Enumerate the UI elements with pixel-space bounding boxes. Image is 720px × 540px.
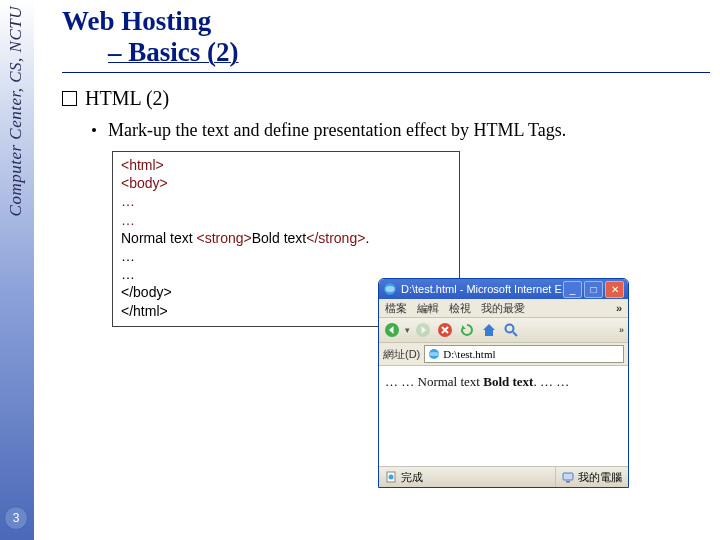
menu-overflow-icon[interactable]: » (616, 302, 622, 314)
address-value: D:\test.html (443, 348, 495, 360)
page-text-bold: Bold text (483, 374, 533, 389)
title-underline (62, 72, 710, 73)
toolbar-overflow-icon[interactable]: » (619, 325, 624, 335)
menu-view[interactable]: 檢視 (449, 301, 471, 316)
menu-file[interactable]: 檔案 (385, 301, 407, 316)
ie-viewport: … … Normal text Bold text. … … (379, 366, 628, 474)
ie-title-text: D:\test.html - Microsoft Internet E... (401, 283, 563, 295)
ie-window: D:\test.html - Microsoft Internet E... _… (378, 278, 629, 488)
section-heading: HTML (2) (62, 87, 710, 110)
code-text-bold: Bold text (252, 230, 306, 246)
ie-titlebar[interactable]: D:\test.html - Microsoft Internet E... _… (379, 279, 628, 299)
ie-app-icon (383, 282, 397, 296)
my-computer-icon (562, 471, 574, 483)
window-buttons: _ □ ✕ (563, 281, 624, 298)
code-line: <body> (121, 174, 451, 192)
status-zone: 我的電腦 (555, 467, 628, 487)
svg-point-4 (506, 325, 514, 333)
section-heading-text: HTML (2) (85, 87, 169, 109)
ie-toolbar: ▾ » (379, 318, 628, 343)
svg-point-7 (429, 352, 439, 356)
done-page-icon (385, 471, 397, 483)
svg-line-5 (513, 332, 517, 336)
back-dropdown-icon[interactable]: ▾ (405, 325, 410, 335)
code-line: … (121, 192, 451, 210)
forward-button[interactable] (414, 321, 432, 339)
address-label: 網址(D) (383, 347, 420, 362)
square-bullet-icon (62, 91, 77, 106)
svg-rect-11 (566, 481, 570, 483)
status-done: 完成 (379, 470, 429, 485)
code-tag: </strong> (306, 230, 365, 246)
code-line: … (121, 247, 451, 265)
close-icon: ✕ (611, 284, 619, 295)
code-line: Normal text <strong>Bold text</strong>. (121, 229, 451, 247)
code-line: … (121, 211, 451, 229)
section-bullet-text: Mark-up the text and define presentation… (108, 120, 566, 140)
page-text-prefix: … … Normal text (385, 374, 483, 389)
ie-page-icon (428, 348, 440, 360)
back-button[interactable] (383, 321, 401, 339)
address-input[interactable]: D:\test.html (424, 345, 624, 363)
code-tag: <strong> (196, 230, 251, 246)
dot-bullet-icon (92, 128, 96, 132)
sidebar: Computer Center, CS, NCTU 3 (0, 0, 34, 540)
code-text-period: . (365, 230, 369, 246)
ie-statusbar: 完成 我的電腦 (379, 466, 628, 487)
menu-favorites[interactable]: 我的最愛 (481, 301, 525, 316)
slide-title-line2: – Basics (2) (108, 37, 710, 68)
stop-button[interactable] (436, 321, 454, 339)
menu-edit[interactable]: 編輯 (417, 301, 439, 316)
ie-menubar: 檔案 編輯 檢視 我的最愛 » (379, 299, 628, 318)
home-button[interactable] (480, 321, 498, 339)
sidebar-org-text: Computer Center, CS, NCTU (6, 6, 26, 216)
maximize-button[interactable]: □ (584, 281, 603, 298)
minimize-button[interactable]: _ (563, 281, 582, 298)
maximize-icon: □ (590, 284, 596, 295)
slide-title-line1: Web Hosting (62, 6, 710, 37)
close-button[interactable]: ✕ (605, 281, 624, 298)
svg-rect-10 (563, 473, 573, 480)
code-text-normal: Normal text (121, 230, 196, 246)
page-text-suffix: . … … (533, 374, 569, 389)
code-line: <html> (121, 156, 451, 174)
status-zone-text: 我的電腦 (578, 470, 622, 485)
refresh-button[interactable] (458, 321, 476, 339)
ie-addressbar: 網址(D) D:\test.html (379, 343, 628, 366)
search-button[interactable] (502, 321, 520, 339)
section-bullet: Mark-up the text and define presentation… (92, 120, 710, 141)
page-number-badge: 3 (4, 506, 28, 530)
status-done-text: 完成 (401, 470, 423, 485)
minimize-icon: _ (570, 284, 576, 295)
svg-point-9 (389, 475, 394, 480)
